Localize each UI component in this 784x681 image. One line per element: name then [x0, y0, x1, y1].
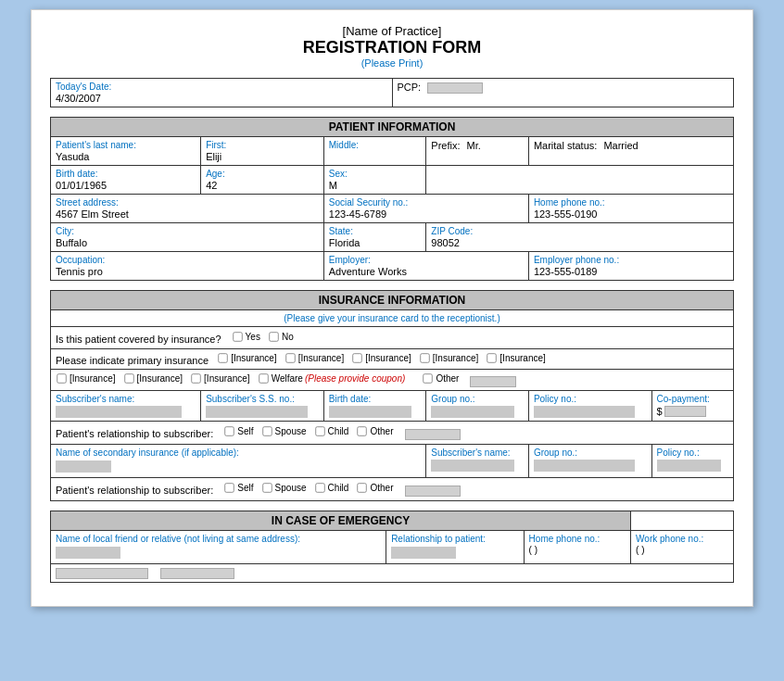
- child1-checkbox[interactable]: [315, 426, 324, 435]
- city-label: City:: [56, 226, 319, 236]
- emergency-relationship-cell: Relationship to patient:: [386, 531, 524, 564]
- spouse2-label: Spouse: [275, 483, 307, 493]
- self2-checkbox[interactable]: [225, 483, 234, 492]
- other-ins-value: [470, 376, 516, 387]
- emergency-work-phone-cell: Work phone no.: ( ): [631, 531, 734, 564]
- employer-phone-value: 123-555-0189: [534, 266, 728, 277]
- subscriber-name-label: Subscriber's name:: [56, 394, 196, 404]
- ssn-cell: Social Security no.: 123-45-6789: [323, 195, 528, 223]
- zip-label: ZIP Code:: [431, 226, 728, 236]
- ins3-label: [Insurance]: [365, 353, 411, 363]
- secondary-ins-field: [56, 460, 111, 473]
- ins8-checkbox[interactable]: [191, 373, 200, 383]
- ins3-checkbox[interactable]: [353, 353, 362, 362]
- secondary-subscriber-field: [431, 460, 514, 472]
- ins7-item: [Insurance]: [123, 372, 183, 385]
- spouse1-label: Spouse: [275, 426, 307, 436]
- no-checkbox[interactable]: [269, 332, 278, 341]
- today-date-label: Today's Date:: [56, 82, 387, 92]
- ins2-checkbox[interactable]: [285, 353, 295, 362]
- ins7-label: [Insurance]: [137, 373, 183, 384]
- ins4-label: [Insurance]: [433, 353, 478, 363]
- other1-label: Other: [370, 426, 393, 436]
- registration-form: [Name of Practice] REGISTRATION FORM (Pl…: [31, 9, 753, 607]
- emergency-home-phone-label: Home phone no.:: [529, 534, 626, 544]
- emergency-friend-cell: Name of local friend or relative (not li…: [51, 531, 386, 564]
- self1-checkbox[interactable]: [225, 426, 234, 435]
- other2-checkbox[interactable]: [358, 483, 367, 492]
- insurance-info-table: INSURANCE INFORMATION (Please give your …: [50, 290, 734, 501]
- group-no-label: Group no.:: [431, 394, 524, 404]
- ins6-item: [Insurance]: [56, 372, 115, 385]
- first-name-value: Eliji: [206, 151, 319, 162]
- spouse1-item: Spouse: [261, 425, 307, 437]
- practice-name: [Name of Practice]: [50, 24, 734, 38]
- subscriber-ss-label: Subscriber's S.S. no.:: [206, 394, 319, 404]
- secondary-policy-field: [657, 460, 722, 472]
- other1-field: [405, 429, 461, 440]
- other-ins-label: Other: [436, 373, 459, 384]
- state-label: State:: [329, 226, 422, 236]
- other1-checkbox[interactable]: [358, 426, 367, 435]
- street-cell: Street address: 4567 Elm Street: [51, 195, 324, 223]
- ins5-checkbox[interactable]: [487, 353, 497, 362]
- today-date-cell: Today's Date: 4/30/2007: [51, 79, 393, 107]
- middle-name-cell: Middle:: [323, 137, 426, 166]
- policy-no-label: Policy no.:: [534, 394, 647, 404]
- secondary-subscriber-cell: Subscriber's name:: [426, 445, 529, 478]
- covered-label: Is this patient covered by insurance?: [56, 334, 221, 345]
- sex-value: M: [329, 180, 422, 191]
- sex-cell: Sex: M: [323, 166, 426, 195]
- child1-item: Child: [314, 425, 349, 437]
- ins2-item: [Insurance]: [285, 352, 344, 364]
- emergency-table: IN CASE OF EMERGENCY Name of local frien…: [50, 511, 734, 583]
- emergency-home-phone-format: ( ): [529, 545, 626, 555]
- no-label: No: [282, 332, 294, 342]
- spouse2-checkbox[interactable]: [262, 483, 272, 492]
- emergency-note: [247, 568, 249, 578]
- first-name-cell: First: Eliji: [201, 137, 324, 166]
- patient-info-table: PATIENT INFORMATION Patient's last name:…: [50, 117, 734, 281]
- street-label: Street address:: [56, 197, 319, 208]
- other-ins-checkbox[interactable]: [424, 373, 433, 383]
- title-section: [Name of Practice] REGISTRATION FORM (Pl…: [50, 24, 734, 69]
- pcp-value-box: [427, 82, 483, 94]
- pcp-label: PCP:: [398, 82, 422, 93]
- other1-item: Other: [356, 425, 393, 437]
- insurance-section-subheader: (Please give your insurance card to the …: [51, 310, 734, 327]
- secondary-subscriber-label: Subscriber's name:: [431, 448, 524, 458]
- primary-insurance-row: Please indicate primary insurance [Insur…: [51, 349, 734, 370]
- welfare-checkbox[interactable]: [259, 373, 268, 383]
- welfare-sub: (Please provide coupon): [305, 373, 405, 384]
- prefix-value: Mr.: [467, 140, 481, 151]
- self2-item: Self: [223, 482, 253, 494]
- sex-label: Sex:: [329, 169, 422, 179]
- yes-checkbox[interactable]: [233, 332, 242, 341]
- zip-value: 98052: [431, 237, 728, 248]
- policy-no-cell: Policy no.:: [528, 391, 651, 422]
- employer-phone-cell: Employer phone no.: 123-555-0189: [528, 252, 733, 281]
- relationship2-label: Patient's relationship to subscriber:: [56, 485, 213, 496]
- emergency-rel-field: [391, 547, 456, 559]
- ins1-checkbox[interactable]: [218, 353, 227, 362]
- ins4-checkbox[interactable]: [420, 353, 429, 362]
- patient-section-header: PATIENT INFORMATION: [51, 118, 734, 137]
- other-ins-item: Other: [422, 372, 459, 385]
- welfare-label: Welfare: [272, 373, 303, 384]
- emergency-work-phone-label: Work phone no.:: [636, 534, 728, 544]
- welfare-item: Welfare (Please provide coupon): [258, 372, 406, 385]
- secondary-policy-label: Policy no.:: [657, 448, 728, 458]
- ins6-checkbox[interactable]: [57, 373, 66, 383]
- spouse2-item: Spouse: [261, 482, 307, 494]
- age-value: 42: [206, 180, 319, 191]
- spouse1-checkbox[interactable]: [262, 426, 272, 435]
- ins7-checkbox[interactable]: [124, 373, 133, 383]
- pcp-cell: PCP:: [392, 79, 734, 107]
- age-cell: Age: 42: [201, 166, 324, 195]
- emergency-header: IN CASE OF EMERGENCY: [51, 511, 631, 531]
- last-name-label: Patient's last name:: [56, 140, 196, 150]
- child2-checkbox[interactable]: [315, 483, 324, 492]
- home-phone-cell: Home phone no.: 123-555-0190: [528, 195, 733, 223]
- employer-label: Employer:: [329, 255, 524, 265]
- city-value: Buffalo: [56, 237, 319, 248]
